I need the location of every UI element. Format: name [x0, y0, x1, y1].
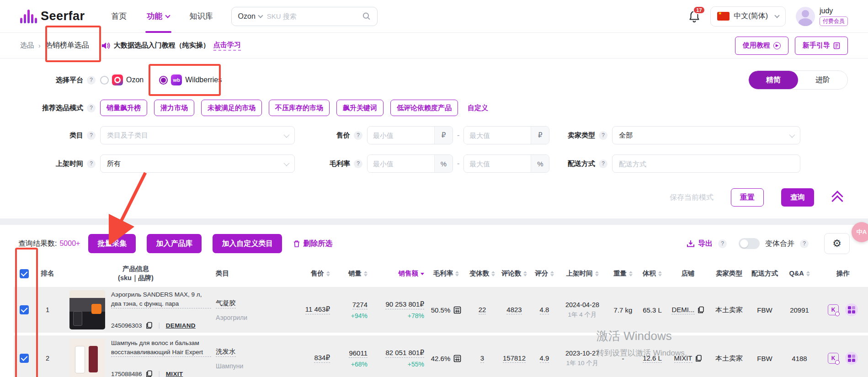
- help-icon[interactable]: ?: [87, 76, 96, 85]
- calculator-icon[interactable]: [453, 355, 461, 362]
- col-header-reviews[interactable]: 评论数: [496, 269, 532, 278]
- keyword-search-icon[interactable]: K: [828, 353, 839, 364]
- tutorial-button[interactable]: 使用教程▶: [735, 37, 788, 55]
- export-link[interactable]: 导出: [687, 239, 713, 249]
- revenue-value[interactable]: 82 051 801₽: [385, 349, 424, 358]
- search-platform-select[interactable]: Ozon: [238, 12, 262, 21]
- qa-value[interactable]: 4188: [792, 355, 807, 362]
- category-cn[interactable]: 洗发水: [216, 347, 236, 357]
- platform-option-wildberries[interactable]: wb Wildberries: [159, 74, 222, 85]
- mode-simple[interactable]: 精简: [749, 71, 798, 89]
- nav-item-home[interactable]: 首页: [112, 0, 127, 33]
- product-title[interactable]: Шампунь для волос и бальзам восстанавлив…: [111, 339, 211, 357]
- batch-collect-button[interactable]: 批量采集: [88, 234, 136, 253]
- recommend-option-potential-market[interactable]: 潜力市场: [154, 100, 194, 116]
- recommend-option-low-review[interactable]: 低评论依赖度产品: [390, 100, 458, 116]
- col-header-rating[interactable]: 评分: [532, 269, 557, 278]
- listing-time-select[interactable]: 所有: [100, 154, 295, 173]
- add-to-custom-category-button[interactable]: 加入自定义类目: [213, 234, 282, 253]
- product-image[interactable]: [69, 339, 105, 377]
- col-header-margin[interactable]: 毛利率: [424, 269, 468, 278]
- sku-search-input[interactable]: [267, 12, 358, 20]
- copy-icon[interactable]: [146, 370, 153, 377]
- delete-selected-link[interactable]: 删除所选: [293, 239, 332, 249]
- row-checkbox[interactable]: [20, 354, 29, 363]
- notification-bell[interactable]: 17: [688, 10, 700, 23]
- reviews-value[interactable]: 157812: [503, 354, 526, 363]
- calculator-icon[interactable]: [453, 306, 461, 314]
- category-cn[interactable]: 气凝胶: [216, 299, 236, 308]
- product-title[interactable]: Аэрогриль SANDERS MAX, 9 л, два тэна, с …: [111, 290, 211, 308]
- settings-gear-button[interactable]: ⚙: [824, 233, 850, 254]
- price-max-input[interactable]: [464, 127, 531, 144]
- grid-apps-icon[interactable]: [845, 303, 858, 316]
- qa-value[interactable]: 20991: [790, 306, 809, 314]
- keyword-search-icon[interactable]: K: [828, 304, 839, 315]
- col-header-price[interactable]: 售价: [284, 269, 330, 278]
- product-sku[interactable]: 175088486: [111, 371, 142, 377]
- sales-value[interactable]: 96011: [349, 349, 367, 358]
- recommend-option-surge-keywords[interactable]: 飙升关键词: [336, 100, 383, 116]
- recommend-option-custom[interactable]: 自定义: [468, 104, 488, 112]
- col-header-variants[interactable]: 变体数: [468, 269, 496, 278]
- translate-badge[interactable]: 中A: [852, 222, 868, 242]
- query-button[interactable]: 查询: [781, 188, 814, 207]
- rating-value[interactable]: 4.8: [540, 306, 549, 314]
- revenue-value[interactable]: 90 253 801₽: [385, 300, 424, 309]
- add-to-library-button[interactable]: 加入产品库: [147, 234, 202, 253]
- variants-value[interactable]: 22: [479, 306, 486, 314]
- language-selector[interactable]: 中文(简体): [710, 6, 786, 27]
- delivery-input[interactable]: [612, 154, 800, 173]
- seerfar-logo[interactable]: Seerfar: [20, 9, 85, 23]
- reviews-value[interactable]: 4823: [506, 306, 522, 314]
- col-header-qa[interactable]: Q&A: [781, 269, 818, 278]
- user-menu[interactable]: judy 付费会员: [796, 7, 848, 26]
- price-value[interactable]: 11 463₽: [305, 305, 330, 314]
- help-icon[interactable]: ?: [800, 239, 809, 248]
- col-header-sales[interactable]: 销量: [330, 269, 367, 278]
- recommend-option-no-stock-market[interactable]: 不压库存的市场: [269, 100, 330, 116]
- copy-icon[interactable]: [146, 322, 153, 329]
- breadcrumb-root[interactable]: 选品: [20, 41, 34, 50]
- grid-apps-icon[interactable]: [845, 352, 858, 365]
- help-icon[interactable]: ?: [599, 131, 607, 140]
- beginner-guide-button[interactable]: 新手引导: [795, 37, 848, 55]
- sales-value[interactable]: 7274: [352, 301, 367, 309]
- category-select[interactable]: 类目及子类目: [100, 126, 295, 144]
- rating-value[interactable]: 4.9: [540, 354, 549, 363]
- platform-option-ozon[interactable]: Ozon: [100, 74, 144, 85]
- variant-merge-toggle[interactable]: [739, 238, 760, 249]
- row-checkbox[interactable]: [20, 305, 29, 314]
- recommend-option-unmet-market[interactable]: 未被满足的市场: [201, 100, 262, 116]
- product-brand[interactable]: DEMIAND: [166, 322, 196, 329]
- product-image[interactable]: [69, 290, 105, 329]
- help-icon[interactable]: ?: [87, 104, 96, 112]
- recommend-option-sales-surge[interactable]: 销量飙升榜: [100, 100, 147, 116]
- price-value[interactable]: 834₽: [314, 354, 330, 363]
- price-min-input[interactable]: [367, 127, 434, 144]
- product-brand[interactable]: MIXIT: [166, 371, 183, 377]
- margin-min-input[interactable]: [367, 155, 434, 172]
- col-header-revenue[interactable]: 销售额: [367, 269, 424, 278]
- nav-item-features[interactable]: 功能: [147, 0, 170, 33]
- nav-item-knowledge[interactable]: 知识库: [190, 0, 213, 33]
- help-icon[interactable]: ?: [87, 131, 96, 140]
- search-icon[interactable]: [362, 12, 371, 21]
- col-header-volume[interactable]: 体积: [638, 269, 666, 278]
- select-all-checkbox[interactable]: [20, 269, 29, 278]
- announcement-link[interactable]: 点击学习: [213, 41, 241, 51]
- copy-icon[interactable]: [695, 355, 702, 362]
- help-icon[interactable]: ?: [718, 239, 727, 248]
- col-header-weight[interactable]: 重量: [608, 269, 638, 278]
- variants-value[interactable]: 3: [480, 354, 484, 363]
- help-icon[interactable]: ?: [354, 159, 362, 168]
- col-header-date[interactable]: 上架时间: [557, 269, 608, 278]
- reset-button[interactable]: 重置: [731, 188, 764, 207]
- store-name[interactable]: DEMI...: [671, 306, 694, 314]
- collapse-chevron-up-icon[interactable]: [831, 191, 845, 203]
- save-current-mode[interactable]: 保存当前模式: [670, 193, 714, 202]
- margin-max-input[interactable]: [464, 155, 531, 172]
- help-icon[interactable]: ?: [354, 131, 362, 140]
- seller-type-select[interactable]: 全部: [612, 126, 800, 144]
- help-icon[interactable]: ?: [87, 159, 96, 168]
